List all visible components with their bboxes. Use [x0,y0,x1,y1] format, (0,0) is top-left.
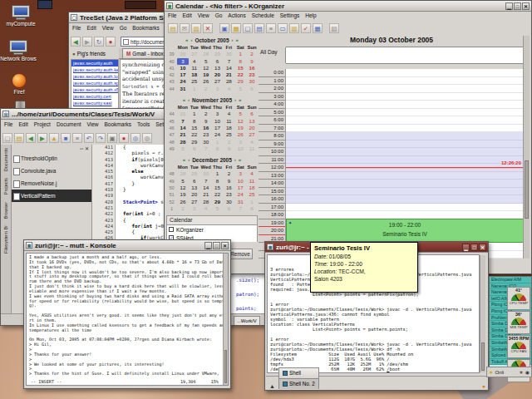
day-cell[interactable]: 2 [223,139,234,145]
day-cell[interactable]: 11 [246,145,258,152]
new-session-icon[interactable]: ▲ [268,383,277,389]
day-cell[interactable]: 8 [246,205,258,212]
day-cell[interactable]: 30 [200,139,212,145]
sidebar-link[interactable]: javax.security.auth.x500 [71,86,118,93]
minimize-button[interactable]: ▁ [204,242,212,249]
day-cell[interactable]: 10 [177,65,189,71]
day-cell[interactable]: 9 [200,118,212,125]
day-cell[interactable]: 3 [177,58,189,65]
day-cell[interactable]: 25 [246,191,258,198]
journal-view-icon[interactable]: ▥ [289,23,299,33]
menu-edit[interactable]: Edit [182,12,191,20]
prev-year-icon[interactable]: « [185,36,188,44]
day-cell[interactable]: 27 [189,199,200,205]
day-cell[interactable]: 11 [223,118,234,125]
menu-view[interactable]: View [198,12,209,20]
list-view-icon[interactable]: ≡ [266,23,276,33]
day-cell[interactable]: 14 [223,65,234,71]
day-cell[interactable]: 7 [200,145,212,152]
agenda-row[interactable] [286,101,525,109]
mutt-titlebar[interactable]: ▦ zuri@jr:~ - mutt - Konsole ▁□✕ [24,240,230,251]
day-cell[interactable]: 6 [189,145,200,152]
day-cell[interactable]: 2 [177,205,189,212]
file-list-item[interactable]: RemoveNoise.j [12,177,91,190]
new-todo-icon[interactable]: ▥ [191,23,201,33]
day-cell[interactable]: 8 [212,145,224,152]
day-cell[interactable]: 12 [200,65,212,71]
day-cell[interactable]: 24 [234,191,246,198]
sidebar-link[interactable]: javax.security.auth.spi [71,80,118,86]
day-cell[interactable]: 14 [200,185,212,191]
day-cell[interactable]: 5 [234,111,246,117]
day-cell[interactable]: 15 [189,125,200,131]
desktop-icon-network-browser[interactable]: Network Brows [0,40,37,62]
eye-icon[interactable]: ◉ [525,369,530,375]
day-cell[interactable]: 14 [177,125,189,131]
menu-tools[interactable]: Tools [137,121,150,130]
maximize-button[interactable]: □ [213,242,220,249]
replace-icon[interactable]: ◎ [142,133,152,143]
menu-actions[interactable]: Actions [228,12,245,20]
next-month-icon[interactable]: › [232,36,234,44]
day-cell[interactable]: 8 [234,58,246,65]
mutt-terminal[interactable]: I made a backup just a month and a half … [26,253,229,386]
menu-go[interactable]: Go [215,12,223,20]
day-cell[interactable]: 12 [177,185,189,191]
menu-view[interactable]: View [102,25,114,32]
close-button[interactable]: ✕ [522,2,530,10]
agenda-view-icon[interactable]: ▦ [313,23,323,33]
day-cell[interactable]: 29 [234,78,246,85]
week-view-icon[interactable]: ▢ [243,23,253,33]
undo-icon[interactable]: ↶ [84,133,94,143]
close-button[interactable]: ✕ [479,244,486,251]
up-icon[interactable]: ▲ [49,133,59,143]
agenda-scrollbar[interactable] [523,36,530,259]
agenda-row[interactable] [286,116,525,125]
agenda-row[interactable] [286,77,525,86]
day-cell[interactable]: 1 [189,111,200,117]
day-cell[interactable]: 7 [223,58,234,65]
agenda-row[interactable] [286,204,525,212]
day-cell[interactable]: 18 [223,125,234,131]
day-cell[interactable]: 26 [234,131,246,138]
day-cell[interactable]: 1 [212,139,224,145]
day-cell[interactable]: 27 [212,78,224,85]
minimize-button[interactable]: ▁ [505,2,513,10]
agenda-row[interactable] [286,172,525,180]
agenda-row[interactable] [286,85,525,93]
day-cell[interactable]: 4 [223,111,234,117]
day-cell[interactable]: 20 [189,191,200,198]
day-cell[interactable]: 6 [189,178,200,185]
menu-edit[interactable]: Edit [86,25,96,32]
agenda-row[interactable] [286,188,525,196]
day-cell[interactable]: 13 [189,185,200,191]
day-cell[interactable]: 28 [200,51,212,57]
next-month-icon[interactable]: › [234,96,236,104]
day-cell[interactable]: 21 [177,131,189,138]
day-cell[interactable]: 27 [246,131,258,138]
day-cell[interactable]: 10 [212,118,224,125]
desktop-icon-firefox[interactable]: Firef [1,73,37,95]
day-cell[interactable]: 1 [234,51,246,57]
day-cell[interactable]: 15 [212,185,224,191]
sidebar-link[interactable]: javax.security.auth.kerber [71,66,118,73]
back-icon[interactable]: ◀ [26,133,36,143]
day-cell[interactable]: 30 [223,51,234,57]
day-cell[interactable]: 2 [200,111,212,117]
day-cell[interactable]: 19 [200,71,212,78]
menu-settings[interactable]: Settings [280,12,300,20]
menu-document[interactable]: Document [57,121,81,130]
day-cell[interactable]: 23 [223,191,234,198]
next-year-icon[interactable]: » [239,155,241,164]
panel-close-icon[interactable]: ▫▫ ✕ [12,145,91,152]
day-cell[interactable]: 31 [177,86,189,92]
day-cell[interactable]: 6 [246,111,258,117]
day-cell[interactable]: 22 [189,131,200,138]
prev-month-icon[interactable]: ‹ [190,36,192,44]
new-file-icon[interactable]: ▢ [2,133,12,143]
day-cell[interactable]: 6 [212,58,224,65]
scrollbar-thumb[interactable] [525,160,529,219]
agenda-row[interactable] [286,132,525,140]
day-cell[interactable]: 5 [212,205,224,212]
day-cell[interactable]: 20 [246,125,258,131]
